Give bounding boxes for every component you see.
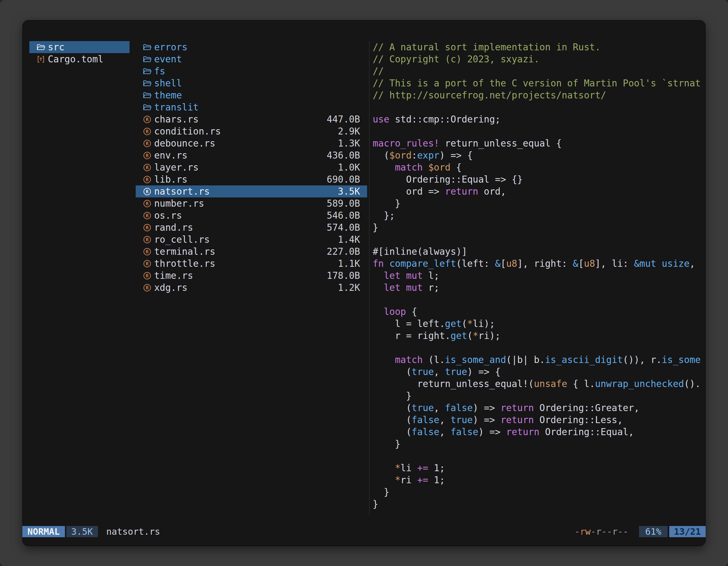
code-line: match $ord { [373, 161, 706, 173]
folder-icon [143, 43, 152, 52]
dir-row-errors[interactable]: errors [136, 41, 367, 53]
code-line: // [373, 65, 706, 77]
rust-file-icon: R [143, 139, 152, 148]
code-line [373, 293, 706, 305]
code-line: return_unless_equal!(unsafe { l.unwrap_u… [373, 378, 706, 390]
entry-label: shell [154, 78, 182, 89]
file-row-ro_cell.rs[interactable]: Rro_cell.rs1.4K [136, 234, 367, 246]
code-line: // http://sourcefrog.net/projects/natsor… [373, 89, 706, 101]
entry-size: 574.0B [327, 222, 360, 233]
file-row-rand.rs[interactable]: Rrand.rs574.0B [136, 222, 367, 234]
current-pane: errorseventfsshellthemetranslitRchars.rs… [136, 41, 367, 513]
code-line: (true, false) => return Ordering::Greate… [373, 402, 706, 414]
code-line: ord => return ord, [373, 186, 706, 198]
rust-file-icon: R [143, 235, 152, 244]
entry-size: 3.5K [338, 186, 360, 197]
rust-file-icon: R [143, 223, 152, 232]
entry-label: rand.rs [154, 222, 193, 233]
percent-badge: 61% [639, 526, 668, 537]
entry-size: 2.9K [338, 126, 360, 137]
entry-size: 1.4K [338, 234, 360, 245]
panes-container: srcCargo.toml errorseventfsshellthemetra… [22, 41, 706, 513]
code-line: let mut l; [373, 270, 706, 282]
entry-size: 227.0B [327, 246, 360, 257]
file-row-layer.rs[interactable]: Rlayer.rs1.0K [136, 161, 367, 173]
rust-file-icon: R [143, 283, 152, 292]
code-line: *li += 1; [373, 462, 706, 474]
entry-label: os.rs [154, 210, 182, 221]
svg-text:R: R [146, 285, 149, 290]
code-line: // Copyright (c) 2023, sxyazi. [373, 53, 706, 65]
file-row-number.rs[interactable]: Rnumber.rs589.0B [136, 198, 367, 210]
file-size-badge: 3.5K [66, 526, 98, 537]
rust-file-icon: R [143, 211, 152, 220]
entry-label: terminal.rs [154, 246, 215, 257]
entry-label: natsort.rs [154, 186, 210, 197]
entry-label: Cargo.toml [48, 54, 104, 65]
svg-text:R: R [146, 261, 149, 266]
code-line: fn compare_left(left: &[u8], right: &[u8… [373, 258, 706, 270]
file-row-throttle.rs[interactable]: Rthrottle.rs1.1K [136, 258, 367, 270]
entry-label: debounce.rs [154, 138, 215, 149]
code-line: loop { [373, 305, 706, 318]
code-line: #[inline(always)] [373, 246, 706, 258]
entry-label: layer.rs [154, 162, 199, 173]
entry-size: 690.0B [327, 174, 360, 185]
code-line: macro_rules! return_unless_equal { [373, 137, 706, 149]
file-row-Cargo.toml[interactable]: Cargo.toml [29, 53, 130, 65]
file-row-terminal.rs[interactable]: Rterminal.rs227.0B [136, 246, 367, 258]
file-row-lib.rs[interactable]: Rlib.rs690.0B [136, 173, 367, 186]
entry-label: condition.rs [154, 126, 221, 137]
dir-row-translit[interactable]: translit [136, 101, 367, 113]
code-line: use std::cmp::Ordering; [373, 113, 706, 125]
dir-row-src[interactable]: src [29, 41, 130, 53]
folder-icon [143, 55, 152, 64]
rust-file-icon: R [143, 247, 152, 256]
entry-label: time.rs [154, 270, 193, 281]
dir-row-fs[interactable]: fs [136, 65, 367, 77]
file-row-time.rs[interactable]: Rtime.rs178.0B [136, 270, 367, 282]
dir-row-theme[interactable]: theme [136, 89, 367, 101]
code-line: *ri += 1; [373, 474, 706, 486]
code-line: } [373, 438, 706, 450]
svg-text:R: R [146, 213, 149, 218]
code-line: (false, true) => return Ordering::Less, [373, 414, 706, 426]
rust-file-icon: R [143, 163, 152, 172]
entry-label: event [154, 54, 182, 65]
pane-divider [369, 41, 370, 515]
file-row-condition.rs[interactable]: Rcondition.rs2.9K [136, 125, 367, 137]
code-line: } [373, 390, 706, 402]
folder-icon [143, 67, 152, 76]
entry-label: env.rs [154, 150, 187, 161]
file-row-debounce.rs[interactable]: Rdebounce.rs1.3K [136, 137, 367, 149]
entry-size: 1.1K [338, 258, 360, 269]
dir-row-event[interactable]: event [136, 53, 367, 65]
code-line: Ordering::Equal => {} [373, 173, 706, 186]
folder-icon [143, 91, 152, 100]
preview-pane: // A natural sort implementation in Rust… [373, 41, 706, 513]
entry-label: src [48, 42, 65, 53]
code-line: (false, false) => return Ordering::Equal… [373, 426, 706, 438]
parent-pane: srcCargo.toml [29, 41, 130, 513]
svg-text:R: R [146, 249, 149, 254]
statusbar-filename: natsort.rs [106, 526, 160, 537]
code-line: } [373, 486, 706, 498]
file-row-os.rs[interactable]: Ros.rs546.0B [136, 210, 367, 222]
file-row-xdg.rs[interactable]: Rxdg.rs1.2K [136, 282, 367, 293]
rust-file-icon: R [143, 115, 152, 124]
file-row-chars.rs[interactable]: Rchars.rs447.0B [136, 113, 367, 125]
code-line: } [373, 198, 706, 210]
entry-label: translit [154, 102, 199, 113]
entry-label: throttle.rs [154, 258, 215, 269]
entry-label: ro_cell.rs [154, 234, 210, 245]
dir-row-shell[interactable]: shell [136, 77, 367, 89]
file-row-env.rs[interactable]: Renv.rs436.0B [136, 149, 367, 161]
entry-size: 436.0B [327, 150, 360, 161]
svg-text:R: R [146, 225, 149, 230]
entry-label: xdg.rs [154, 282, 187, 293]
file-row-natsort.rs[interactable]: Rnatsort.rs3.5K [136, 186, 367, 198]
code-line: } [373, 498, 706, 510]
toml-file-icon [36, 55, 45, 64]
entry-size: 1.2K [338, 282, 360, 293]
permissions: -rw-r--r-- [574, 526, 628, 537]
